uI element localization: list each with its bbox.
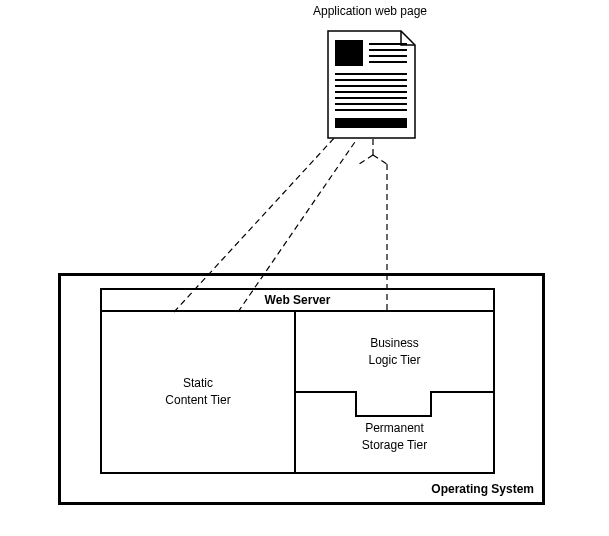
webpage-document-icon <box>327 30 416 139</box>
permanent-storage-tier: PermanentStorage Tier <box>296 392 493 472</box>
web-server-box: Web Server StaticContent Tier BusinessLo… <box>100 288 495 474</box>
web-server-body: StaticContent Tier BusinessLogic Tier Pe… <box>102 312 493 472</box>
permanent-storage-tier-label: PermanentStorage Tier <box>362 420 427 454</box>
operating-system-label: Operating System <box>431 482 534 496</box>
svg-line-17 <box>373 155 387 164</box>
svg-line-16 <box>359 155 373 164</box>
static-content-tier-label: StaticContent Tier <box>165 375 230 409</box>
business-logic-tier: BusinessLogic Tier <box>296 312 493 392</box>
svg-rect-12 <box>335 118 407 128</box>
page-title: Application web page <box>285 4 455 18</box>
static-content-tier: StaticContent Tier <box>102 312 294 472</box>
diagram-stage: Application web page <box>0 0 609 536</box>
web-server-header: Web Server <box>102 290 493 312</box>
svg-rect-0 <box>335 40 363 66</box>
business-logic-tier-label: BusinessLogic Tier <box>368 335 420 369</box>
